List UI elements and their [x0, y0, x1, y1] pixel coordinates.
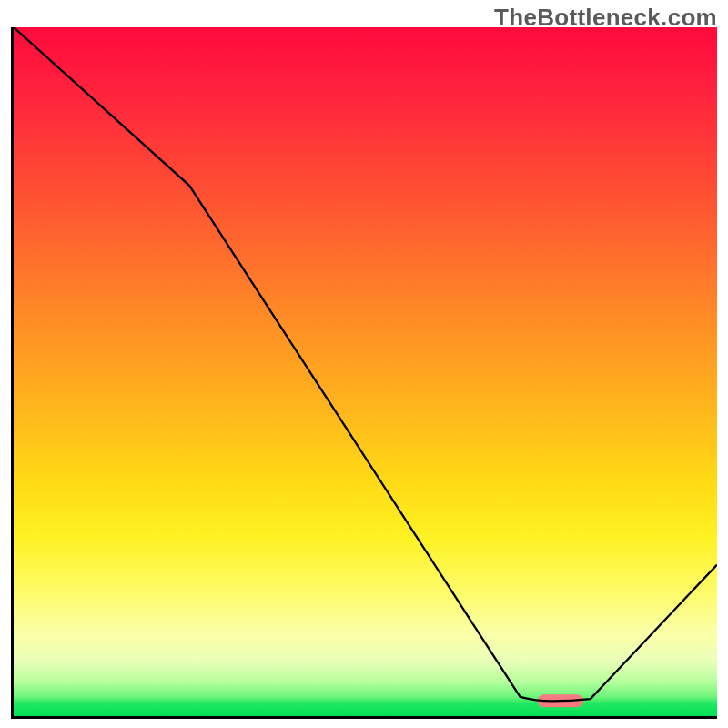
- bottleneck-curve: [14, 27, 717, 701]
- plot-area: [11, 27, 717, 719]
- chart-stage: TheBottleneck.com: [0, 0, 728, 728]
- curve-svg: [14, 27, 717, 716]
